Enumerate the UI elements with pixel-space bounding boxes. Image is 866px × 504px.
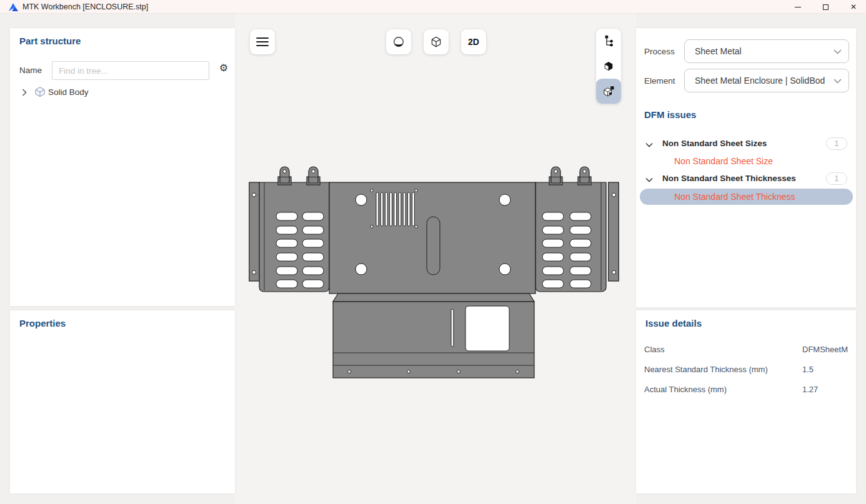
wireframe-cube-icon — [427, 33, 445, 51]
part-flat-pattern[interactable] — [249, 166, 619, 382]
minimize-button[interactable] — [789, 0, 807, 14]
dfm-group-label: Non Standard Sheet Thicknesses — [662, 174, 796, 183]
body-select-cube-icon — [600, 83, 617, 99]
issue-count-badge: 1 — [826, 137, 847, 150]
properties-title: Properties — [19, 318, 66, 329]
dfm-panel: Process Sheet Metal Element Sheet Metal … — [636, 28, 856, 307]
chevron-down-icon — [834, 79, 842, 84]
dfm-group-label: Non Standard Sheet Sizes — [662, 139, 767, 148]
detail-label: Nearest Standard Thickness (mm) — [644, 365, 768, 374]
selection-toolbar — [596, 29, 621, 104]
gear-icon[interactable]: ⚙ — [219, 63, 228, 73]
face-select-button[interactable] — [596, 54, 621, 79]
minimize-icon — [795, 7, 801, 7]
tree-item-solid-body[interactable]: Solid Body — [10, 86, 235, 99]
close-button[interactable]: ✕ — [844, 0, 863, 14]
element-dropdown[interactable]: Sheet Metal Enclosure | SolidBod — [684, 69, 849, 92]
element-label: Element — [644, 76, 675, 86]
issue-details-title: Issue details — [645, 318, 702, 329]
part-structure-title: Part structure — [19, 36, 81, 46]
detail-value: 1.27 — [802, 385, 818, 394]
dfm-group-sheet-sizes[interactable]: Non Standard Sheet Sizes 1 — [636, 138, 856, 152]
issue-count-badge: 1 — [826, 172, 847, 185]
window-title: MTK Workbench [ENCLOSURE.stp] — [22, 0, 148, 14]
dfm-group-sheet-thicknesses[interactable]: Non Standard Sheet Thicknesses 1 — [636, 173, 856, 187]
2d-view-button[interactable]: 2D — [461, 29, 486, 54]
detail-label: Actual Thickness (mm) — [644, 385, 727, 394]
structure-tree-icon — [600, 33, 617, 49]
title-bar: MTK Workbench [ENCLOSURE.stp] ✕ — [0, 0, 866, 14]
part-structure-panel: Part structure Name ⚙ Solid Body — [10, 28, 235, 306]
wireframe-view-button[interactable] — [424, 29, 449, 54]
process-dropdown[interactable]: Sheet Metal — [684, 39, 849, 63]
dfm-issues-title: DFM issues — [644, 109, 696, 120]
detail-row-class: Class DFMSheetM — [636, 345, 856, 356]
detail-row-actual-thickness: Actual Thickness (mm) 1.27 — [636, 385, 856, 396]
chevron-right-icon[interactable] — [22, 89, 27, 96]
issue-details-panel: Issue details Class DFMSheetM Nearest St… — [636, 310, 856, 493]
maximize-icon — [823, 4, 829, 10]
detail-value: 1.5 — [802, 365, 814, 374]
solid-body-cube-icon — [34, 86, 46, 97]
tree-item-label: Solid Body — [48, 87, 89, 97]
2d-view-label: 2D — [468, 37, 479, 47]
structure-select-button[interactable] — [596, 29, 621, 54]
detail-row-nearest-thickness: Nearest Standard Thickness (mm) 1.5 — [636, 365, 856, 376]
dfm-issue-sheet-size[interactable]: Non Standard Sheet Size — [674, 156, 773, 166]
process-value: Sheet Metal — [695, 46, 827, 56]
properties-panel: Properties — [10, 310, 235, 493]
process-label: Process — [644, 47, 675, 56]
dfm-issue-label: Non Standard Sheet Thickness — [674, 192, 795, 202]
maximize-button[interactable] — [816, 0, 835, 14]
body-select-button[interactable] — [596, 79, 621, 104]
chevron-down-icon[interactable] — [645, 141, 654, 149]
element-value: Sheet Metal Enclosure | SolidBod — [695, 76, 827, 86]
app-window: MTK Workbench [ENCLOSURE.stp] ✕ — [0, 0, 866, 504]
name-filter-label: Name — [19, 66, 42, 75]
chevron-down-icon — [834, 49, 842, 54]
hamburger-icon — [256, 36, 269, 47]
app-logo-icon — [8, 2, 19, 12]
viewport-canvas[interactable]: 2D — [235, 14, 636, 504]
detail-value: DFMSheetM — [802, 345, 848, 354]
close-icon: ✕ — [850, 2, 857, 11]
main-menu-button[interactable] — [250, 29, 275, 54]
detail-label: Class — [644, 345, 665, 354]
chevron-down-icon[interactable] — [645, 175, 654, 184]
dfm-issue-sheet-thickness-selected[interactable]: Non Standard Sheet Thickness — [640, 189, 853, 205]
shaded-view-button[interactable] — [386, 29, 411, 54]
find-in-tree-input[interactable] — [52, 61, 209, 80]
shaded-sphere-icon — [390, 33, 407, 51]
face-select-cube-icon — [600, 58, 617, 74]
